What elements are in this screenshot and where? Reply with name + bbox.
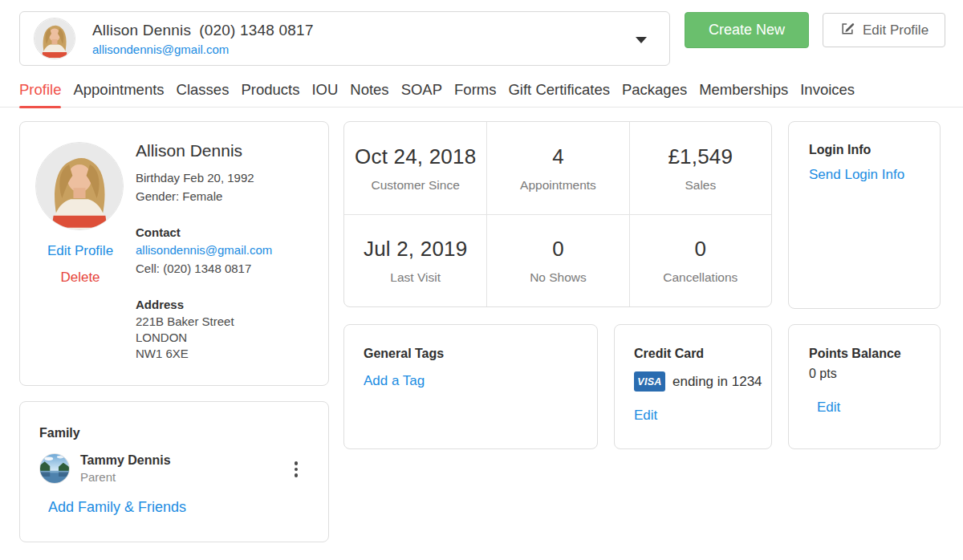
stat-value: 0: [694, 237, 706, 262]
tab-profile[interactable]: Profile: [19, 81, 61, 108]
add-tag-link[interactable]: Add a Tag: [364, 373, 425, 389]
tab-classes[interactable]: Classes: [177, 81, 230, 108]
general-tags-title: General Tags: [364, 347, 597, 361]
family-member-row[interactable]: Tammy Dennis Parent: [39, 453, 311, 484]
profile-card: Edit Profile Delete Allison Dennis Birth…: [19, 121, 329, 386]
address-heading: Address: [136, 296, 272, 314]
stat-no-shows: 0 No Shows: [486, 214, 628, 306]
tab-memberships[interactable]: Memberships: [699, 81, 788, 108]
tab-invoices[interactable]: Invoices: [800, 81, 855, 108]
contact-heading: Contact: [136, 224, 272, 241]
customer-selector-dropdown[interactable]: Allison Dennis(020) 1348 0817 allisonden…: [19, 11, 670, 66]
stat-label: No Shows: [530, 270, 587, 285]
create-new-button[interactable]: Create New: [685, 12, 809, 48]
kebab-menu-icon[interactable]: [291, 458, 302, 481]
customer-stats-card: Oct 24, 2018 Customer Since 4 Appointmen…: [343, 121, 772, 307]
profile-cell: Cell: (020) 1348 0817: [136, 259, 272, 278]
customer-email-link[interactable]: allisondennis@gmail.com: [92, 43, 314, 56]
woman-avatar-image: [36, 143, 123, 229]
landscape-avatar-image: [40, 454, 69, 483]
stat-value: £1,549: [668, 144, 733, 169]
edit-profile-button-label: Edit Profile: [863, 22, 928, 39]
general-tags-card: General Tags Add a Tag: [343, 324, 598, 449]
profile-name: Allison Dennis: [136, 141, 272, 160]
stat-value: Oct 24, 2018: [355, 144, 476, 169]
customer-name: Allison Dennis: [92, 22, 191, 39]
points-balance-title: Points Balance: [809, 347, 940, 361]
credit-card-card: Credit Card VISA ending in 1234 Edit: [614, 324, 772, 449]
family-title: Family: [39, 426, 80, 440]
address-line-2: LONDON: [136, 330, 272, 346]
edit-pencil-icon: [839, 20, 855, 40]
customer-name-line: Allison Dennis(020) 1348 0817: [92, 22, 314, 39]
login-info-title: Login Info: [809, 143, 940, 157]
stat-sales: £1,549 Sales: [629, 122, 771, 214]
stat-label: Customer Since: [372, 178, 460, 193]
credit-card-title: Credit Card: [634, 347, 771, 361]
family-member-relation: Parent: [80, 470, 171, 484]
send-login-info-link[interactable]: Send Login Info: [809, 167, 904, 183]
tab-gift-certificates[interactable]: Gift Certificates: [508, 81, 609, 108]
add-family-friends-link[interactable]: Add Family & Friends: [48, 499, 186, 516]
family-member-name: Tammy Dennis: [80, 453, 171, 468]
stat-label: Cancellations: [663, 270, 737, 285]
profile-photo: [35, 142, 124, 230]
tab-soap[interactable]: SOAP: [401, 81, 442, 108]
stat-customer-since: Oct 24, 2018 Customer Since: [344, 122, 486, 214]
tab-bar: Profile Appointments Classes Products IO…: [0, 81, 963, 108]
stat-value: 0: [552, 237, 564, 262]
edit-profile-button[interactable]: Edit Profile: [823, 13, 945, 47]
tab-notes[interactable]: Notes: [350, 81, 388, 108]
address-line-3: NW1 6XE: [136, 346, 272, 362]
customer-profile-page: Allison Dennis(020) 1348 0817 allisonden…: [0, 0, 963, 560]
stat-cancellations: 0 Cancellations: [629, 214, 771, 306]
tab-products[interactable]: Products: [241, 81, 299, 108]
chevron-down-icon[interactable]: [636, 37, 647, 43]
stat-last-visit: Jul 2, 2019 Last Visit: [344, 214, 486, 306]
family-member-avatar: [39, 453, 70, 484]
tab-appointments[interactable]: Appointments: [73, 81, 164, 108]
card-ending-text: ending in 1234: [672, 374, 762, 390]
profile-gender: Gender: Female: [136, 187, 272, 205]
stat-label: Last Visit: [390, 270, 441, 285]
points-balance-value: 0 pts: [809, 367, 940, 381]
profile-email-link[interactable]: allisondennis@gmail.com: [136, 241, 272, 259]
stat-value: 4: [552, 144, 564, 169]
points-balance-card: Points Balance 0 pts Edit: [788, 324, 941, 449]
stat-label: Appointments: [520, 178, 596, 193]
customer-phone: (020) 1348 0817: [199, 22, 313, 39]
customer-avatar: [34, 18, 75, 59]
address-line-1: 221B Baker Street: [136, 314, 272, 330]
family-card: Family: [19, 401, 329, 542]
stat-value: Jul 2, 2019: [364, 237, 467, 262]
stat-label: Sales: [685, 178, 716, 193]
profile-birthday: Birthday Feb 20, 1992: [136, 168, 272, 187]
login-info-card: Login Info Send Login Info: [788, 121, 941, 309]
delete-profile-link[interactable]: Delete: [20, 270, 140, 286]
stat-appointments: 4 Appointments: [486, 122, 628, 214]
edit-points-link[interactable]: Edit: [817, 400, 840, 416]
edit-credit-card-link[interactable]: Edit: [634, 408, 657, 424]
tab-forms[interactable]: Forms: [454, 81, 496, 108]
tab-packages[interactable]: Packages: [622, 81, 687, 108]
tab-iou[interactable]: IOU: [311, 81, 338, 108]
woman-avatar-image: [35, 18, 75, 59]
visa-icon: VISA: [634, 371, 665, 392]
edit-profile-link[interactable]: Edit Profile: [20, 243, 140, 259]
